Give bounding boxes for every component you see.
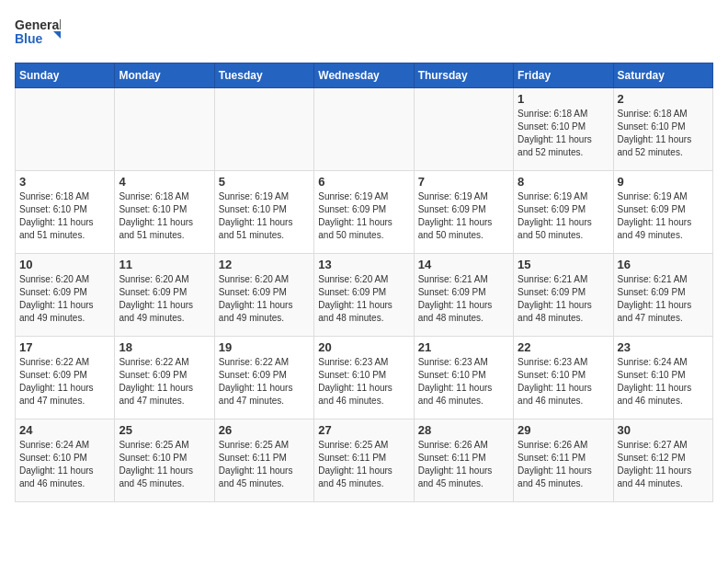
day-info: Sunrise: 6:23 AM Sunset: 6:10 PM Dayligh… — [418, 356, 509, 408]
day-number: 27 — [318, 423, 409, 437]
day-number: 9 — [618, 175, 709, 189]
calendar-week-4: 24Sunrise: 6:24 AM Sunset: 6:10 PM Dayli… — [16, 419, 713, 502]
day-number: 16 — [618, 258, 709, 271]
day-number: 4 — [119, 175, 210, 189]
day-info: Sunrise: 6:22 AM Sunset: 6:09 PM Dayligh… — [19, 356, 110, 408]
day-number: 22 — [518, 340, 609, 354]
svg-text:General: General — [15, 17, 61, 32]
weekday-header-thursday: Thursday — [414, 63, 513, 88]
calendar-cell — [214, 88, 313, 171]
calendar-cell: 3Sunrise: 6:18 AM Sunset: 6:10 PM Daylig… — [16, 171, 115, 254]
calendar-cell: 26Sunrise: 6:25 AM Sunset: 6:11 PM Dayli… — [214, 419, 313, 502]
calendar-cell: 30Sunrise: 6:27 AM Sunset: 6:12 PM Dayli… — [613, 419, 712, 502]
calendar-cell: 12Sunrise: 6:20 AM Sunset: 6:09 PM Dayli… — [214, 254, 313, 337]
day-number: 7 — [418, 175, 509, 189]
day-info: Sunrise: 6:25 AM Sunset: 6:11 PM Dayligh… — [219, 439, 310, 490]
calendar-cell: 8Sunrise: 6:19 AM Sunset: 6:09 PM Daylig… — [514, 171, 613, 254]
day-info: Sunrise: 6:22 AM Sunset: 6:09 PM Dayligh… — [219, 356, 310, 408]
calendar-cell: 29Sunrise: 6:26 AM Sunset: 6:11 PM Dayli… — [514, 419, 613, 502]
day-info: Sunrise: 6:23 AM Sunset: 6:10 PM Dayligh… — [518, 356, 609, 408]
calendar-cell: 10Sunrise: 6:20 AM Sunset: 6:09 PM Dayli… — [16, 254, 115, 337]
day-number: 6 — [318, 175, 409, 189]
day-number: 24 — [19, 423, 110, 437]
day-number: 1 — [518, 92, 609, 106]
weekday-header-sunday: Sunday — [16, 63, 115, 88]
calendar-week-2: 10Sunrise: 6:20 AM Sunset: 6:09 PM Dayli… — [16, 254, 713, 337]
day-number: 13 — [318, 258, 409, 271]
day-number: 12 — [219, 258, 310, 271]
calendar-cell: 9Sunrise: 6:19 AM Sunset: 6:09 PM Daylig… — [613, 171, 712, 254]
day-info: Sunrise: 6:19 AM Sunset: 6:09 PM Dayligh… — [318, 190, 409, 242]
day-info: Sunrise: 6:18 AM Sunset: 6:10 PM Dayligh… — [19, 190, 110, 242]
day-number: 29 — [518, 423, 609, 437]
calendar-cell — [414, 88, 513, 171]
day-number: 14 — [418, 258, 509, 271]
calendar-week-0: 1Sunrise: 6:18 AM Sunset: 6:10 PM Daylig… — [16, 88, 713, 171]
day-info: Sunrise: 6:18 AM Sunset: 6:10 PM Dayligh… — [618, 108, 709, 159]
calendar-cell: 7Sunrise: 6:19 AM Sunset: 6:09 PM Daylig… — [414, 171, 513, 254]
day-info: Sunrise: 6:19 AM Sunset: 6:09 PM Dayligh… — [618, 190, 709, 242]
day-number: 5 — [219, 175, 310, 189]
calendar-cell — [314, 88, 414, 171]
day-info: Sunrise: 6:24 AM Sunset: 6:10 PM Dayligh… — [618, 356, 709, 408]
day-number: 21 — [418, 340, 509, 354]
calendar-cell: 15Sunrise: 6:21 AM Sunset: 6:09 PM Dayli… — [514, 254, 613, 337]
page-header: General Blue — [15, 15, 713, 52]
weekday-header-row: SundayMondayTuesdayWednesdayThursdayFrid… — [16, 63, 713, 88]
day-number: 18 — [119, 340, 210, 354]
day-info: Sunrise: 6:21 AM Sunset: 6:09 PM Dayligh… — [418, 273, 509, 325]
day-info: Sunrise: 6:19 AM Sunset: 6:10 PM Dayligh… — [219, 190, 310, 242]
day-number: 10 — [19, 258, 110, 271]
calendar-cell: 23Sunrise: 6:24 AM Sunset: 6:10 PM Dayli… — [613, 337, 712, 419]
day-info: Sunrise: 6:24 AM Sunset: 6:10 PM Dayligh… — [19, 439, 110, 490]
day-info: Sunrise: 6:25 AM Sunset: 6:10 PM Dayligh… — [119, 439, 210, 490]
day-number: 11 — [119, 258, 210, 271]
calendar-cell: 19Sunrise: 6:22 AM Sunset: 6:09 PM Dayli… — [214, 337, 313, 419]
day-info: Sunrise: 6:27 AM Sunset: 6:12 PM Dayligh… — [618, 439, 709, 490]
calendar-cell: 6Sunrise: 6:19 AM Sunset: 6:09 PM Daylig… — [314, 171, 414, 254]
calendar-cell: 13Sunrise: 6:20 AM Sunset: 6:09 PM Dayli… — [314, 254, 414, 337]
calendar-cell: 5Sunrise: 6:19 AM Sunset: 6:10 PM Daylig… — [214, 171, 313, 254]
calendar-cell: 17Sunrise: 6:22 AM Sunset: 6:09 PM Dayli… — [16, 337, 115, 419]
day-number: 15 — [518, 258, 609, 271]
calendar-cell: 24Sunrise: 6:24 AM Sunset: 6:10 PM Dayli… — [16, 419, 115, 502]
calendar-table: SundayMondayTuesdayWednesdayThursdayFrid… — [15, 63, 713, 502]
day-info: Sunrise: 6:26 AM Sunset: 6:11 PM Dayligh… — [518, 439, 609, 490]
weekday-header-friday: Friday — [514, 63, 613, 88]
day-number: 2 — [618, 92, 709, 106]
day-number: 26 — [219, 423, 310, 437]
calendar-week-3: 17Sunrise: 6:22 AM Sunset: 6:09 PM Dayli… — [16, 337, 713, 419]
calendar-cell: 4Sunrise: 6:18 AM Sunset: 6:10 PM Daylig… — [115, 171, 214, 254]
day-info: Sunrise: 6:20 AM Sunset: 6:09 PM Dayligh… — [19, 273, 110, 325]
day-info: Sunrise: 6:20 AM Sunset: 6:09 PM Dayligh… — [318, 273, 409, 325]
day-info: Sunrise: 6:22 AM Sunset: 6:09 PM Dayligh… — [119, 356, 210, 408]
day-info: Sunrise: 6:19 AM Sunset: 6:09 PM Dayligh… — [418, 190, 509, 242]
calendar-cell: 21Sunrise: 6:23 AM Sunset: 6:10 PM Dayli… — [414, 337, 513, 419]
weekday-header-saturday: Saturday — [613, 63, 712, 88]
day-info: Sunrise: 6:20 AM Sunset: 6:09 PM Dayligh… — [219, 273, 310, 325]
day-info: Sunrise: 6:26 AM Sunset: 6:11 PM Dayligh… — [418, 439, 509, 490]
day-number: 23 — [618, 340, 709, 354]
day-info: Sunrise: 6:18 AM Sunset: 6:10 PM Dayligh… — [518, 108, 609, 159]
calendar-week-1: 3Sunrise: 6:18 AM Sunset: 6:10 PM Daylig… — [16, 171, 713, 254]
calendar-cell: 11Sunrise: 6:20 AM Sunset: 6:09 PM Dayli… — [115, 254, 214, 337]
calendar-cell: 27Sunrise: 6:25 AM Sunset: 6:11 PM Dayli… — [314, 419, 414, 502]
svg-marker-2 — [53, 31, 61, 39]
day-number: 8 — [518, 175, 609, 189]
day-number: 30 — [618, 423, 709, 437]
day-number: 19 — [219, 340, 310, 354]
calendar-cell: 22Sunrise: 6:23 AM Sunset: 6:10 PM Dayli… — [514, 337, 613, 419]
weekday-header-wednesday: Wednesday — [314, 63, 414, 88]
calendar-cell: 1Sunrise: 6:18 AM Sunset: 6:10 PM Daylig… — [514, 88, 613, 171]
calendar-cell: 28Sunrise: 6:26 AM Sunset: 6:11 PM Dayli… — [414, 419, 513, 502]
day-info: Sunrise: 6:21 AM Sunset: 6:09 PM Dayligh… — [518, 273, 609, 325]
calendar-cell: 14Sunrise: 6:21 AM Sunset: 6:09 PM Dayli… — [414, 254, 513, 337]
day-number: 28 — [418, 423, 509, 437]
day-number: 20 — [318, 340, 409, 354]
day-info: Sunrise: 6:21 AM Sunset: 6:09 PM Dayligh… — [618, 273, 709, 325]
logo-svg: General Blue — [15, 15, 61, 52]
day-info: Sunrise: 6:25 AM Sunset: 6:11 PM Dayligh… — [318, 439, 409, 490]
day-info: Sunrise: 6:18 AM Sunset: 6:10 PM Dayligh… — [119, 190, 210, 242]
calendar-cell: 2Sunrise: 6:18 AM Sunset: 6:10 PM Daylig… — [613, 88, 712, 171]
calendar-cell: 20Sunrise: 6:23 AM Sunset: 6:10 PM Dayli… — [314, 337, 414, 419]
